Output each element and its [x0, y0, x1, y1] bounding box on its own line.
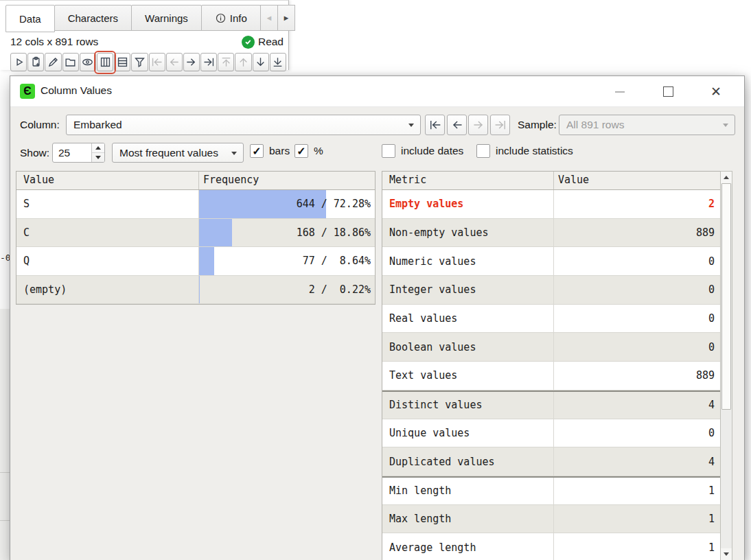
column-select-value: Embarked [73, 119, 122, 131]
prev-column-button[interactable] [447, 115, 467, 135]
frequency-bar [199, 219, 232, 247]
stats-row[interactable]: Boolean values0 [382, 333, 720, 362]
info-circle-icon [215, 12, 227, 24]
checkbox-box[interactable] [382, 144, 395, 158]
frequency-bar [199, 276, 200, 304]
next-column-button[interactable] [468, 115, 488, 135]
column-label: Column: [20, 119, 60, 131]
stats-row[interactable]: Text values889 [382, 362, 720, 390]
checkbox-%[interactable]: ✓% [294, 144, 323, 158]
show-count-stepper[interactable]: 25 [52, 143, 105, 163]
column-select[interactable]: Embarked [66, 115, 421, 135]
first-column-button[interactable] [149, 53, 165, 71]
chevron-down-icon [723, 124, 728, 127]
status-row: 12 cols x 891 rows Read [10, 34, 284, 50]
triangle-down-icon [95, 156, 101, 159]
metric-value-cell: 4 [554, 447, 720, 476]
frequency-row[interactable]: Q 77 / 8.64% [16, 247, 375, 276]
checkbox-bars[interactable]: ✓bars [250, 144, 290, 158]
checkbox-include-dates[interactable]: include dates [382, 144, 463, 158]
stats-row[interactable]: Unique values0 [382, 419, 720, 448]
stats-row[interactable]: Integer values0 [382, 276, 720, 305]
frequency-row[interactable]: S644 / 72.28% [16, 190, 375, 219]
prev-row-button[interactable] [235, 53, 251, 71]
dialog-titlebar[interactable]: Є Column Values ✕ [10, 76, 744, 107]
metric-value-cell: 1 [554, 533, 720, 560]
scroll-up-button[interactable] [721, 172, 732, 183]
tab-data[interactable]: Data [5, 5, 55, 32]
tab-scroll-left-button[interactable]: ◄ [260, 5, 278, 31]
metric-cell: Integer values [382, 276, 554, 304]
paste-icon [30, 56, 43, 69]
close-button[interactable]: ✕ [692, 76, 740, 107]
row-values-button[interactable] [114, 53, 130, 71]
chevron-down-icon [231, 152, 237, 155]
open-button[interactable] [62, 53, 79, 71]
stats-row[interactable]: Duplicated values4 [382, 447, 720, 476]
value-column-header: Value [16, 172, 199, 189]
tab-scroll-right-button[interactable]: ► [277, 5, 295, 31]
stats-row[interactable]: Non-empty values889 [382, 219, 720, 248]
arrow-bar-left-icon [428, 118, 442, 132]
scrollbar-thumb[interactable] [721, 183, 731, 410]
checkbox-box[interactable] [476, 144, 490, 158]
checkbox-box[interactable]: ✓ [250, 144, 264, 158]
stepper-down-button[interactable] [92, 153, 104, 162]
stats-scrollbar[interactable] [720, 171, 732, 560]
last-column-button[interactable] [490, 115, 510, 135]
paste-button[interactable] [27, 53, 44, 71]
checkbox-box[interactable]: ✓ [294, 144, 308, 158]
stats-row[interactable]: Max length1 [382, 505, 720, 534]
frequency-row[interactable]: C168 / 18.86% [16, 219, 375, 248]
minimize-button[interactable] [596, 76, 644, 107]
order-select-value: Most frequent values [119, 147, 218, 159]
metric-cell: Unique values [382, 419, 554, 447]
arrow-right-icon [472, 118, 485, 132]
first-column-button[interactable] [425, 115, 445, 135]
next-column-button[interactable] [183, 53, 200, 71]
run-button[interactable] [10, 53, 27, 71]
stats-row[interactable]: Distinct values4 [382, 390, 720, 419]
stats-row[interactable]: Real values0 [382, 305, 720, 334]
tab-warnings[interactable]: Warnings [131, 5, 202, 31]
checkbox-include-statistics[interactable]: include statistics [476, 144, 573, 158]
tab-characters[interactable]: Characters [54, 5, 132, 31]
arrow-bar-up-icon [220, 56, 233, 69]
check-circle-icon [242, 36, 255, 49]
arrow-bar-right-icon [203, 56, 216, 69]
show-count-value: 25 [53, 143, 91, 162]
metric-value-cell: 4 [554, 392, 720, 419]
next-row-button[interactable] [253, 53, 269, 71]
metric-value-cell: 0 [554, 333, 720, 361]
stats-row[interactable]: Numeric values0 [382, 247, 720, 276]
stepper-up-button[interactable] [92, 143, 104, 153]
metric-value-cell: 1 [554, 478, 720, 504]
sample-label: Sample: [518, 119, 557, 131]
metric-value-cell: 1 [554, 505, 720, 533]
arrow-up-icon [237, 56, 250, 69]
background-left-strip: -00 [0, 75, 10, 560]
stats-row[interactable]: Empty values2 [382, 190, 720, 219]
column-values-dialog: Є Column Values ✕ Column: Embarked Sampl… [10, 75, 745, 560]
maximize-button[interactable] [644, 76, 692, 107]
frequency-bar [199, 247, 214, 275]
last-row-button[interactable] [270, 53, 286, 71]
scroll-down-button[interactable] [721, 548, 732, 560]
metric-cell: Empty values [382, 190, 554, 218]
edit-button[interactable] [45, 53, 61, 71]
column-values-button[interactable] [97, 53, 113, 71]
tab-info[interactable]: Info [201, 5, 261, 31]
sample-select[interactable]: All 891 rows [559, 115, 735, 135]
last-column-button[interactable] [200, 53, 217, 71]
prev-column-button[interactable] [166, 53, 183, 71]
read-status: Read [242, 36, 284, 49]
metric-cell: Distinct values [382, 392, 554, 419]
first-row-button[interactable] [218, 53, 234, 71]
frequency-row[interactable]: (empty) 2 / 0.22% [16, 276, 375, 305]
filter-button[interactable] [131, 53, 148, 71]
stats-row[interactable]: Min length1 [382, 476, 720, 505]
order-select[interactable]: Most frequent values [112, 143, 244, 163]
stats-row[interactable]: Average length1 [382, 533, 720, 560]
view-button[interactable] [80, 53, 96, 71]
frequency-column-header: Frequency [199, 172, 375, 189]
